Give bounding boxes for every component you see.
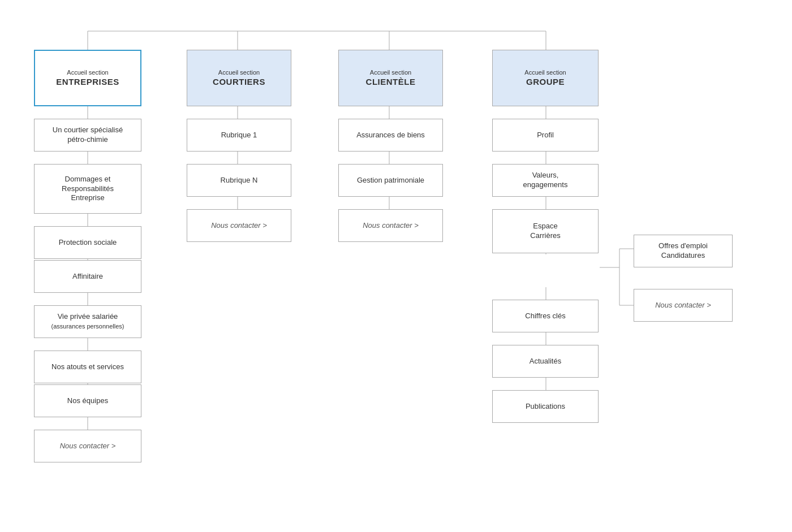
header-clientele[interactable]: Accueil section CLIENTÈLE (338, 50, 443, 106)
clientele-item-3[interactable]: Nous contacter > (338, 209, 443, 242)
courtiers-item-3[interactable]: Nous contacter > (187, 209, 291, 242)
entreprises-item-6[interactable]: Nos atouts et services (34, 351, 141, 383)
clientele-main: CLIENTÈLE (366, 76, 416, 88)
entreprises-item-2[interactable]: Dommages etResponsabilitésEntreprise (34, 164, 141, 214)
entreprises-item-3[interactable]: Protection sociale (34, 226, 141, 259)
groupe-sub: Accueil section (524, 68, 566, 76)
groupe-item-2[interactable]: Valeurs,engagements (492, 164, 599, 197)
entreprises-sub: Accueil section (56, 68, 119, 76)
groupe-item-3[interactable]: EspaceCarrières (492, 209, 599, 253)
entreprises-item-5[interactable]: Vie privée salariée(assurances personnel… (34, 305, 141, 338)
entreprises-item-4[interactable]: Affinitaire (34, 260, 141, 293)
diagram-container: Accueil section ENTREPRISES Un courtier … (0, 0, 792, 532)
entreprises-item-7[interactable]: Nos équipes (34, 384, 141, 417)
courtiers-main: COURTIERS (213, 76, 265, 88)
groupe-main: GROUPE (524, 76, 566, 88)
clientele-sub: Accueil section (366, 68, 416, 76)
header-entreprises[interactable]: Accueil section ENTREPRISES (34, 50, 141, 106)
groupe-item-1[interactable]: Profil (492, 119, 599, 152)
groupe-item-5[interactable]: Actualités (492, 345, 599, 378)
carriere-sub-1[interactable]: Offres d'emploiCandidatures (634, 235, 733, 267)
entreprises-main: ENTREPRISES (56, 76, 119, 88)
clientele-item-1[interactable]: Assurances de biens (338, 119, 443, 152)
entreprises-item-1[interactable]: Un courtier spécialisépétro-chimie (34, 119, 141, 152)
header-groupe[interactable]: Accueil section GROUPE (492, 50, 599, 106)
entreprises-item-8[interactable]: Nous contacter > (34, 430, 141, 462)
courtiers-item-2[interactable]: Rubrique N (187, 164, 291, 197)
courtiers-item-1[interactable]: Rubrique 1 (187, 119, 291, 152)
groupe-item-4[interactable]: Chiffres clés (492, 300, 599, 332)
courtiers-sub: Accueil section (213, 68, 265, 76)
groupe-item-6[interactable]: Publications (492, 390, 599, 423)
header-courtiers[interactable]: Accueil section COURTIERS (187, 50, 291, 106)
carriere-sub-2[interactable]: Nous contacter > (634, 289, 733, 322)
clientele-item-2[interactable]: Gestion patrimoniale (338, 164, 443, 197)
